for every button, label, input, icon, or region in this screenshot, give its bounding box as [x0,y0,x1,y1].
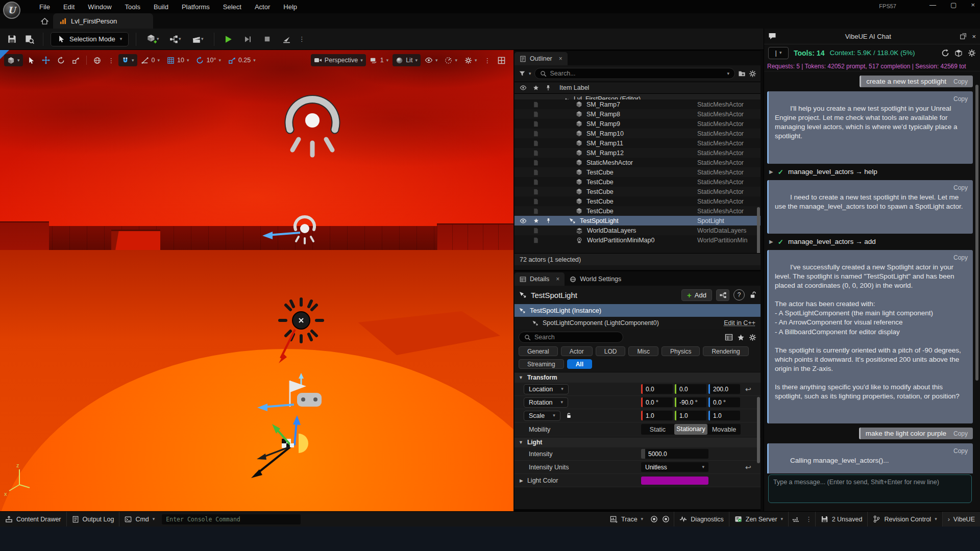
outliner-search[interactable]: ▾ [534,68,735,79]
outliner-row[interactable]: SM_Ramp11StaticMeshActor [514,138,761,148]
intensity-field[interactable]: 5000.0 [641,449,708,459]
details-search[interactable] [519,332,623,343]
tool-call-row[interactable]: ▶ ✓ manage_level_actors → help [767,168,973,176]
outliner-row[interactable]: SM_Ramp10StaticMeshActor [514,129,761,138]
outliner-scrollbar[interactable] [757,207,760,253]
edit-in-cpp-link[interactable]: Edit in C++ [724,319,755,327]
rotation-x-field[interactable]: 0.0 ° [641,397,673,407]
close-icon[interactable]: × [556,276,559,283]
expand-triangle-icon[interactable]: ▶ [769,169,773,174]
copy-button[interactable]: Copy [953,184,968,192]
unsaved-button[interactable]: 2 Unsaved [816,512,868,527]
help-button[interactable]: ? [733,289,745,300]
outliner-row[interactable]: WorldPartitionMiniMap0WorldPartitionMin [514,235,761,245]
details-scrollbar[interactable] [757,397,760,463]
favorite-column-star-icon[interactable] [533,85,539,91]
expand-triangle-icon[interactable]: ▶ [769,239,773,244]
outliner-row[interactable]: TestCubeStaticMeshActor [514,167,761,177]
trace-record-button[interactable] [648,512,660,527]
blueprints-button[interactable]: ▾ [164,32,186,47]
menu-tools[interactable]: Tools [118,1,147,13]
light-color-swatch[interactable] [641,477,708,485]
rotation-z-field[interactable]: 0.0 ° [708,397,740,407]
outliner-row[interactable]: TestCubeStaticMeshActor [514,187,761,196]
viewport-selection-mode-dropdown[interactable]: ▾ [4,54,23,66]
play-button[interactable] [219,32,237,47]
world-settings-tab[interactable]: World Settings [565,272,626,286]
rotation-dropdown[interactable]: Rotation▾ [524,397,568,408]
unlock-icon[interactable] [749,291,756,299]
mobility-static-option[interactable]: Static [641,426,674,433]
scale-dropdown[interactable]: Scale▾ [524,411,560,421]
outliner-row[interactable]: TestCubeStaticMeshActor [514,196,761,206]
revision-control-dropdown[interactable]: Revision Control ▾ [868,512,942,527]
cmd-dropdown[interactable]: Cmd ▾ [119,512,160,527]
copy-button[interactable]: Copy [953,447,968,455]
select-tool-button[interactable] [24,54,38,66]
stop-button[interactable] [258,32,276,47]
new-folder-icon[interactable] [738,70,746,78]
component-row[interactable]: SpotLightComponent (LightComponent0) Edi… [514,317,761,329]
chat-input-field[interactable] [773,479,967,499]
menu-window[interactable]: Window [81,1,118,13]
show-flags-dropdown[interactable]: ▾ [422,54,441,66]
menu-edit[interactable]: Edit [57,1,81,13]
copy-button[interactable]: Copy [953,78,968,85]
close-button[interactable]: × [971,1,975,9]
cinematics-button[interactable]: ▾ [186,32,209,47]
minimize-button[interactable]: — [929,1,936,9]
menu-build[interactable]: Build [147,1,175,13]
item-label-column-header[interactable]: Item Label [559,84,589,91]
copy-button[interactable]: Copy [953,95,968,103]
scale-snap-dropdown[interactable]: 0.25▾ [225,54,259,66]
drag-handle[interactable] [641,449,645,459]
refresh-icon[interactable] [941,49,949,57]
eye-icon[interactable] [520,217,527,224]
actor-snap-dropdown[interactable]: 0▾ [138,54,163,66]
location-z-field[interactable]: 200.0 [708,384,740,394]
level-viewport[interactable]: z x ▾ ⋮ ▾ 0▾ [0,50,513,511]
menu-select[interactable]: Select [216,1,248,13]
display-options-icon[interactable] [725,333,733,341]
vibeue-statusbar-button[interactable]: › VibeUE [943,512,980,527]
outliner-search-input[interactable] [550,70,724,77]
reset-units-icon[interactable]: ↩ [745,463,751,471]
viewport-options-icon[interactable]: ⋮ [481,54,494,66]
maximize-button[interactable]: ▢ [950,1,957,9]
menu-actor[interactable]: Actor [248,1,277,13]
status-options-icon[interactable]: ⋮ [802,512,815,527]
camera-mode-dropdown[interactable]: Perspective▾ [311,54,366,66]
filter-chip-misc[interactable]: Misc [628,346,658,356]
scale-y-field[interactable]: 1.0 [675,411,706,420]
mobility-stationary-option[interactable]: Stationary [674,424,707,435]
filter-chip-actor[interactable]: Actor [561,346,593,356]
view-mode-dropdown[interactable]: Lit▾ [393,54,421,66]
favorites-star-icon[interactable] [737,334,745,341]
filter-chip-streaming[interactable]: Streaming [519,359,564,369]
grid-status-button[interactable] [789,512,802,527]
location-x-field[interactable]: 0.0 [641,384,673,394]
chat-scrollbar[interactable] [975,85,978,381]
lock-scale-icon[interactable] [566,412,572,419]
search-options-chevron-icon[interactable]: ▾ [727,71,729,76]
zen-server-dropdown[interactable]: Zen Server ▾ [729,512,788,527]
rotation-y-field[interactable]: -90.0 ° [675,397,706,407]
menu-file[interactable]: File [33,1,57,13]
mobility-movable-option[interactable]: Movable [707,426,741,433]
screen-percentage-dropdown[interactable]: 1▾ [367,54,391,66]
outliner-row[interactable]: SM_Ramp7StaticMeshActor [514,99,761,109]
pin-column-icon[interactable] [545,85,551,91]
grid-snap-dropdown[interactable]: 10▾ [164,54,192,66]
filter-chip-general[interactable]: General [519,346,558,356]
filter-chevron-icon[interactable]: ▾ [529,71,531,76]
scale-tool-button[interactable] [69,54,83,66]
intensity-units-dropdown[interactable]: Unitless▾ [641,462,708,472]
visibility-column-eye-icon[interactable] [520,84,527,91]
outliner-row-selected[interactable]: TestSpotLightSpotLight [514,216,761,226]
component-view-button[interactable] [716,289,729,301]
outliner-settings-gear-icon[interactable] [749,70,756,78]
light-section-header[interactable]: ▼ Light [514,437,761,447]
menu-help[interactable]: Help [277,1,304,13]
trace-dropdown[interactable]: Trace ▾ [605,512,648,527]
transform-options-icon[interactable]: ⋮ [105,54,118,66]
